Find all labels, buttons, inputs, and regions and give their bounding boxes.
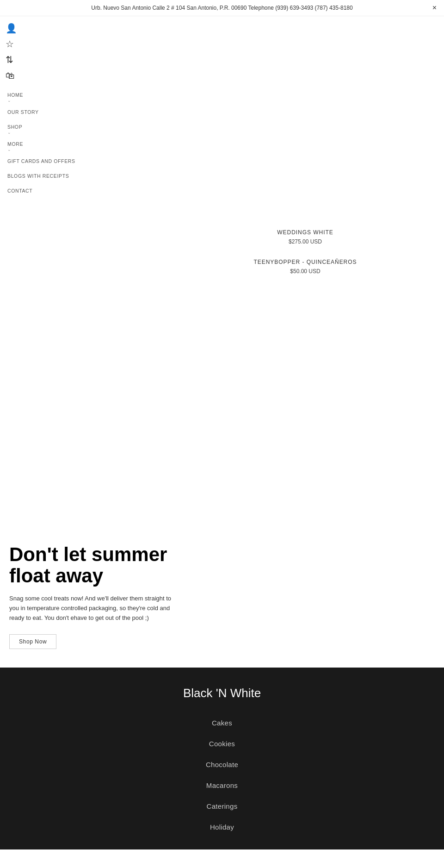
product-name-2: TEENYBOPPER - QUINCEAÑEROS <box>166 259 444 265</box>
menu-item-macarons[interactable]: Macarons <box>206 781 238 789</box>
menu-item-holiday[interactable]: Holiday <box>210 823 234 831</box>
hero-section: Don't let summer float away Snag some co… <box>0 525 185 668</box>
nav-item-gift-cards[interactable]: GIFT CARDS AND OFFERS <box>6 154 87 169</box>
black-section-menu: Cakes Cookies Chocolate Macarons Caterin… <box>9 719 435 831</box>
filter-icon[interactable]: ⇅ <box>6 55 87 64</box>
black-section: Black 'N White Cakes Cookies Chocolate M… <box>0 668 444 849</box>
person-icon[interactable]: 👤 <box>6 24 87 33</box>
nav-item-more[interactable]: MORE⌄ <box>6 137 87 154</box>
menu-item-caterings[interactable]: Caterings <box>207 802 238 810</box>
shop-now-button[interactable]: Shop Now <box>9 634 56 649</box>
top-area: 👤 ☆ ⇅ 🛍 HOME⌄ OUR STORY SHOP⌄ MORE⌄ GIFT… <box>0 16 444 257</box>
right-products: WEDDINGS WHITE $275.00 USD TEENYBOPPER -… <box>166 229 444 288</box>
product-name-1: WEDDINGS WHITE <box>166 229 444 236</box>
star-icon[interactable]: ☆ <box>6 39 87 49</box>
top-banner: Urb. Nuevo San Antonio Calle 2 # 104 San… <box>0 0 444 16</box>
hero-body: Snag some cool treats now! And we'll del… <box>9 594 176 623</box>
product-item-1: WEDDINGS WHITE $275.00 USD <box>166 229 444 245</box>
product-item-2: TEENYBOPPER - QUINCEAÑEROS $50.00 USD <box>166 259 444 275</box>
nav-item-blogs[interactable]: BLOGS WITH RECEIPTS <box>6 169 87 183</box>
product-price-1: $275.00 USD <box>166 238 444 245</box>
left-nav: 👤 ☆ ⇅ 🛍 HOME⌄ OUR STORY SHOP⌄ MORE⌄ GIFT… <box>0 16 92 198</box>
bag-icon[interactable]: 🛍 <box>6 71 87 80</box>
menu-item-chocolate[interactable]: Chocolate <box>206 761 238 768</box>
nav-item-shop[interactable]: SHOP⌄ <box>6 119 87 137</box>
close-button[interactable]: × <box>432 4 437 12</box>
black-section-title: Black 'N White <box>9 686 435 700</box>
banner-text: Urb. Nuevo San Antonio Calle 2 # 104 San… <box>91 5 352 11</box>
hero-heading: Don't let summer float away <box>9 544 176 587</box>
nav-item-home[interactable]: HOME⌄ <box>6 87 87 105</box>
nav-item-contact[interactable]: CONTACT <box>6 183 87 198</box>
icon-group: 👤 ☆ ⇅ 🛍 <box>0 16 92 87</box>
why-section: Why Choose Black N White One Of A Kind T… <box>0 849 444 868</box>
nav-item-our-story[interactable]: OUR STORY <box>6 105 87 119</box>
product-price-2: $50.00 USD <box>166 268 444 275</box>
page-wrapper: Urb. Nuevo San Antonio Calle 2 # 104 San… <box>0 0 444 868</box>
menu-item-cookies[interactable]: Cookies <box>209 740 235 748</box>
nav-links: HOME⌄ OUR STORY SHOP⌄ MORE⌄ GIFT CARDS A… <box>0 87 92 198</box>
menu-item-cakes[interactable]: Cakes <box>212 719 232 727</box>
